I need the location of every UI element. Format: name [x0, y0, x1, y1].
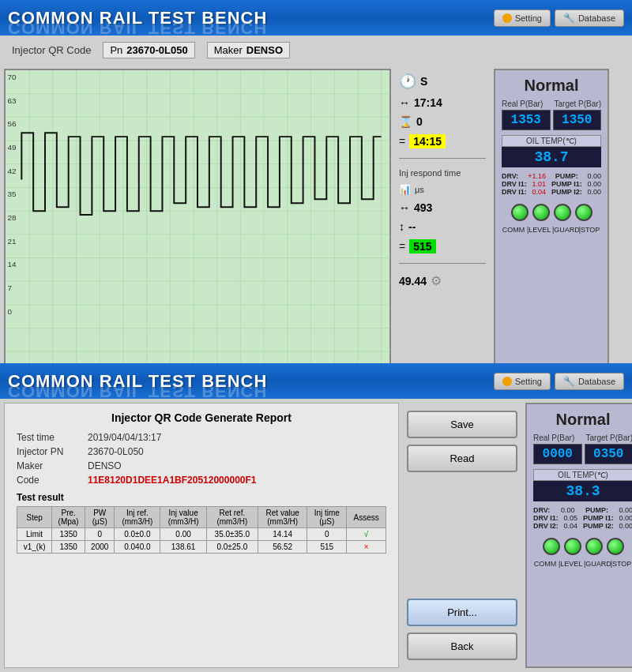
stop-indicator-bottom [607, 538, 624, 555]
row2-inj-val: 138.61 [160, 541, 206, 554]
time1-row: ↔ 17:14 [399, 96, 486, 109]
col-ret-val: Ret value(mm3/H) [258, 507, 307, 528]
pump-val-top: 0.00 [587, 172, 601, 180]
clock-icon: 🕐 [399, 73, 416, 90]
database-button-top[interactable]: 🔧 Database [555, 9, 624, 27]
col-pre: Pre.(Mpa) [52, 507, 85, 528]
pressure-section-top: Real P(Bar) Target P(Bar) 1353 1350 [502, 99, 601, 130]
svg-rect-0 [6, 70, 389, 375]
database-icon-top: 🔧 [563, 13, 575, 24]
val2-icon: ↕ [399, 220, 404, 233]
drv1-val-top: 1.01 [532, 180, 547, 188]
col-pw: PW(μS) [85, 507, 115, 528]
pressure-labels-bottom: Real P(Bar) Target P(Bar) [533, 434, 632, 442]
oil-temp-value-bottom: 38.3 [533, 481, 632, 501]
row2-pre: 1350 [52, 541, 85, 554]
maker-label: Maker [214, 44, 243, 56]
row1-inj-ref: 0.0±0.0 [115, 528, 160, 541]
app-title-bottom-reflect: COMMON RAIL TEST BENCH [8, 381, 267, 401]
time3-value: 14:15 [409, 134, 446, 148]
svg-text:42: 42 [7, 167, 16, 175]
svg-text:63: 63 [7, 96, 16, 105]
level-label-bottom: |LEVEL [559, 560, 582, 568]
divider1 [399, 158, 486, 159]
row1-inj-val: 0.00 [160, 528, 206, 541]
maker-field-label: Maker [17, 460, 80, 471]
row1-ret-ref: 35.0±35.0 [206, 528, 258, 541]
main-content-bottom: Injector QR Code Generate Report Test ti… [0, 399, 632, 672]
drv-grid-bottom: DRV: 0.00 PUMP: 0.00 DRV I1: 0.05 PUMP I… [533, 506, 632, 530]
col-inj-time: Inj time(μS) [307, 507, 347, 528]
row2-ret-ref: 0.0±25.0 [206, 541, 258, 554]
test-time-value: 2019/04/04/13:17 [88, 432, 161, 443]
drv2-label-bottom: DRV I2: [533, 522, 559, 530]
normal-label-bottom: Normal [556, 411, 611, 429]
row1-pre: 1350 [52, 528, 85, 541]
val2-value: -- [408, 220, 416, 233]
pump2-val-bottom: 0.00 [619, 522, 632, 530]
save-button[interactable]: Save [407, 411, 517, 438]
back-button[interactable]: Back [407, 633, 517, 660]
real-p-label-bottom: Real P(Bar) [533, 434, 574, 442]
oil-temp-label-top: OIL TEMP(℃) [502, 135, 601, 147]
setting-icon-bottom [502, 377, 512, 386]
drv1-val-bottom: 0.05 [564, 514, 578, 522]
pressure-labels-top: Real P(Bar) Target P(Bar) [502, 99, 601, 108]
print-button[interactable]: Print... [407, 599, 517, 626]
row2-inj-ref: 0.040.0 [115, 541, 160, 554]
maker-field: Maker DENSO [17, 460, 386, 471]
guard-indicator-bottom [585, 538, 603, 555]
pump-label-top: PUMP: [555, 172, 578, 180]
drv-row1-bottom: DRV: 0.00 PUMP: 0.00 [533, 506, 632, 514]
maker-box: Maker DENSO [207, 42, 290, 58]
target-p-value-top: 1350 [553, 110, 602, 130]
drv2-val-top: 0.04 [532, 188, 547, 196]
pn-value: 23670-0L050 [126, 44, 187, 56]
stop-indicator-top [575, 204, 592, 221]
injector-pn-label: Injector PN [17, 446, 80, 457]
indicator-labels-top: COMM |LEVEL |GUARD |STOP [502, 226, 601, 234]
database-icon-bottom: 🔧 [563, 376, 575, 387]
report-title: Injector QR Code Generate Report [17, 411, 386, 424]
pressure-values-bottom: 0000 0350 [533, 444, 632, 464]
target-p-label-top: Target P(Bar) [555, 99, 601, 108]
inj-icon-row: 📊 μs [399, 184, 486, 195]
indicator-row-bottom [543, 538, 624, 555]
code-field: Code 11E8120D1DEE1A1BF20512000000F1 [17, 475, 386, 486]
val3-row: = 515 [399, 239, 486, 253]
database-label-bottom: Database [578, 377, 615, 386]
database-button-bottom[interactable]: 🔧 Database [555, 373, 624, 390]
bottom-section: COMMON RAIL TEST BENCH COMMON RAIL TEST … [0, 363, 632, 672]
svg-text:70: 70 [7, 73, 16, 81]
pressure-values-top: 1353 1350 [502, 110, 601, 130]
read-button[interactable]: Read [407, 445, 517, 472]
injector-pn-field: Injector PN 23670-0L050 [17, 446, 386, 457]
top-header: COMMON RAIL TEST BENCH COMMON RAIL TEST … [0, 0, 632, 36]
header-buttons-top: Setting 🔧 Database [494, 9, 624, 27]
maker-value: DENSO [246, 44, 283, 56]
level-label-top: |LEVEL [527, 226, 551, 234]
unit-s: S [420, 75, 427, 88]
drv-row2-top: DRV I1: 1.01 PUMP I1: 0.00 [502, 180, 601, 188]
oil-temp-label-bottom: OIL TEMP(℃) [533, 469, 632, 481]
pump2-val-top: 0.00 [587, 188, 601, 196]
injector-label: Injector QR Code [12, 44, 91, 56]
setting-icon-top [502, 13, 512, 23]
stop-label-bottom: |STOP [609, 560, 632, 568]
status-panel-bottom: Normal Real P(Bar) Target P(Bar) 0000 03… [525, 403, 632, 668]
col-inj-ref: Inj ref.(mm3/H) [115, 507, 160, 528]
hourglass-icon: ⌛ [399, 115, 412, 128]
pressure-section-bottom: Real P(Bar) Target P(Bar) 0000 0350 [533, 434, 632, 464]
svg-text:7: 7 [7, 283, 12, 292]
status-panel-top: Normal Real P(Bar) Target P(Bar) 1353 13… [494, 69, 609, 389]
svg-text:35: 35 [7, 190, 16, 198]
setting-button-bottom[interactable]: Setting [494, 373, 551, 390]
row2-assess: × [347, 541, 386, 554]
setting-label-bottom: Setting [515, 377, 542, 386]
table-row: Limit 1350 0 0.0±0.0 0.00 35.0±35.0 14.1… [17, 528, 386, 541]
oil-temp-section-top: OIL TEMP(℃) 38.7 [502, 135, 601, 167]
indicator-row-top [511, 204, 592, 221]
header-buttons-bottom: Setting 🔧 Database [494, 373, 624, 390]
setting-button-top[interactable]: Setting [494, 9, 551, 27]
row2-ret-val: 56.52 [258, 541, 307, 554]
